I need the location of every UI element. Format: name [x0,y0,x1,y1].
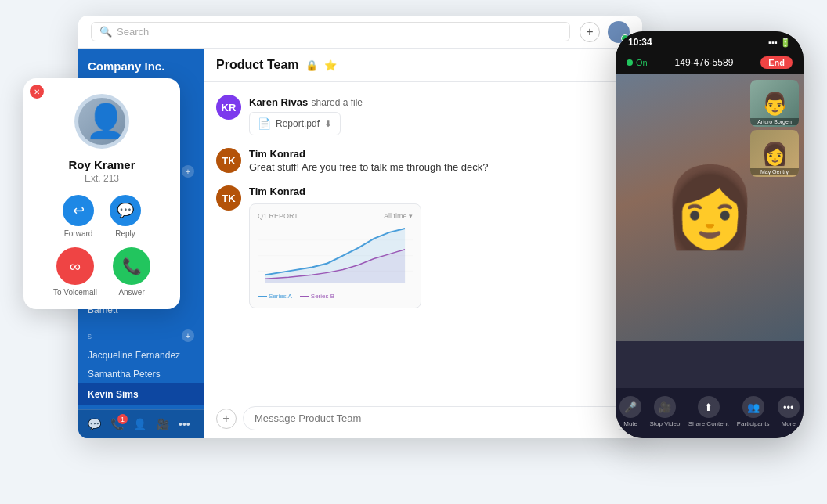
msg-file-report[interactable]: 📄 Report.pdf ⬇ [249,112,341,135]
phone-action-forward[interactable]: ↩ Forward [63,195,94,238]
msg-sender-karen: Karen Rivas [249,96,308,108]
message-content-tim-chart: Tim Konrad Q1 REPORT All time ▾ [249,185,421,308]
mobile-tool-participants[interactable]: 👥 Participants [737,396,770,427]
forward-label: Forward [64,229,93,238]
mobile-status-bar: 10:34 ▪▪▪ 🔋 [616,31,804,53]
participants-icon[interactable]: 👥 [742,396,764,418]
mobile-status-icons: ▪▪▪ 🔋 [768,38,791,48]
phone-badge: 1 [117,414,128,424]
share-content-icon[interactable]: ⬆ [698,396,720,418]
chat-input-area: + [204,398,642,438]
stop-video-icon[interactable]: 🎥 [654,396,676,418]
voicemail-button[interactable]: ∞ [56,247,94,285]
caller-ext: Ext. 213 [85,173,119,184]
sidebar-more-icon[interactable]: ••• [179,418,190,430]
star-icon: ⭐ [324,59,337,71]
sidebar-phone-icon[interactable]: 📞 1 [110,418,124,430]
mobile-tool-share[interactable]: ⬆ Share Content [688,396,729,427]
download-icon[interactable]: ⬇ [324,118,332,129]
pdf-icon: 📄 [258,117,271,130]
more-label: More [782,420,796,427]
call-on-indicator: On [627,58,648,67]
avatar-karen: KR [216,95,241,120]
add-button[interactable]: + [580,22,600,42]
reply-button[interactable]: 💬 [110,195,141,226]
phone-call-actions: ∞ To Voicemail 📞 Answer [53,247,150,297]
share-content-label: Share Content [688,420,729,427]
message-karen-file: KR Karen Rivas shared a file 📄 Report.pd… [216,95,630,135]
mobile-call-bar: On 149-476-5589 End [616,53,804,74]
message-content-karen: Karen Rivas shared a file 📄 Report.pdf ⬇ [249,95,363,135]
chart-header: Q1 REPORT All time ▾ [258,212,413,220]
sidebar-contacts-icon[interactable]: 👤 [133,418,146,430]
mute-label: Mute [623,420,637,427]
forward-button[interactable]: ↩ [63,195,94,226]
voicemail-label: To Voicemail [53,288,97,297]
mobile-time: 10:34 [628,37,652,48]
answer-action[interactable]: 📞 Answer [113,247,150,297]
sidebar-bottom-toolbar: 💬 📞 1 👤 🎥 ••• [78,409,204,438]
sidebar-company-name: Company Inc. [78,49,204,81]
chat-messages: KR Karen Rivas shared a file 📄 Report.pd… [204,82,642,398]
mobile-tool-more[interactable]: ••• More [778,396,800,427]
chat-title: Product Team [216,58,299,72]
call-on-label: On [636,58,648,67]
mobile-phone-number: 149-476-5589 [675,57,734,68]
sidebar-add-contact-btn[interactable]: + [182,165,194,178]
answer-button[interactable]: 📞 [113,247,150,285]
mobile-toolbar: 🎤 Mute 🎥 Stop Video ⬆ Share Content 👥 Pa… [616,388,804,438]
chart-svg [258,225,413,286]
search-placeholder: Search [117,26,149,38]
pip-container: Arturo Borgen May Gentry [750,80,799,177]
stop-video-label: Stop Video [649,420,680,427]
caller-face [78,98,125,145]
sidebar-item-group-section: s + [78,326,204,346]
pip-video-2: May Gentry [750,130,799,177]
sidebar-add-group-btn[interactable]: + [182,329,194,342]
chart-preview: Q1 REPORT All time ▾ [249,203,421,308]
sidebar-item-kevin-sims[interactable]: Kevin Sims [78,383,204,405]
topbar-right: + [580,21,630,43]
msg-text-tim-1: Great stuff! Are you free to talk me thr… [249,161,488,173]
search-icon: 🔍 [99,26,112,38]
caller-avatar [74,94,129,149]
sidebar-chat-icon[interactable]: 💬 [88,418,101,430]
chat-header: Product Team 🔒 ⭐ [204,49,642,82]
mute-icon[interactable]: 🎤 [619,396,641,418]
chat-input-field[interactable] [243,406,630,430]
phone-quick-actions: ↩ Forward 💬 Reply [63,195,141,238]
legend-purple: Series B [300,293,334,300]
reply-label: Reply [115,229,135,238]
chat-attach-button[interactable]: + [216,409,237,429]
mobile-tool-video[interactable]: 🎥 Stop Video [649,396,680,427]
chart-label: Q1 REPORT [258,212,298,220]
close-button[interactable]: ✕ [30,85,44,99]
pip-label-2: May Gentry [750,168,799,175]
msg-action-karen: shared a file [312,97,363,108]
mobile-phone: 10:34 ▪▪▪ 🔋 On 149-476-5589 End 👩 Arturo… [616,31,804,438]
end-call-button[interactable]: End [760,56,793,69]
caller-name: Roy Kramer [68,158,135,171]
pip-label-1: Arturo Borgen [750,118,799,125]
participants-label: Participants [737,420,770,427]
chart-legend: Series A Series B [258,293,413,300]
avatar-tim-1: TK [216,148,241,173]
chat-area: Product Team 🔒 ⭐ KR Karen Rivas shared a… [204,49,642,438]
msg-sender-tim-2: Tim Konrad [249,185,421,197]
search-bar[interactable]: 🔍 Search [91,22,570,41]
mobile-tool-mute[interactable]: 🎤 Mute [619,396,641,427]
message-tim-1: TK Tim Konrad Great stuff! Are you free … [216,148,630,173]
voicemail-action[interactable]: ∞ To Voicemail [53,247,97,297]
call-dot [627,59,633,66]
sidebar-item-samantha-peters-3[interactable]: Samantha Peters [78,365,204,383]
app-topbar: 🔍 Search + [78,16,642,49]
avatar-tim-2: TK [216,185,241,211]
message-content-tim-1: Tim Konrad Great stuff! Are you free to … [249,148,488,173]
sidebar-video-icon[interactable]: 🎥 [156,418,169,430]
answer-label: Answer [118,288,144,297]
msg-sender-tim-1: Tim Konrad [249,148,488,160]
more-icon[interactable]: ••• [778,396,800,418]
sidebar-item-jacqueline-fernandez-2[interactable]: Jacqueline Fernandez [78,346,204,365]
file-name: Report.pdf [276,118,320,129]
phone-action-reply[interactable]: 💬 Reply [110,195,141,238]
